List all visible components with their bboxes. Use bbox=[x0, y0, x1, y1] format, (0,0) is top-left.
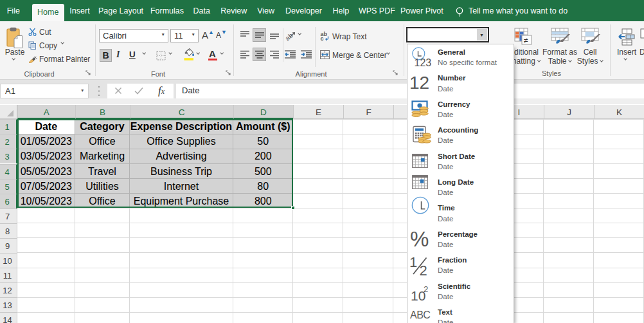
svg-text:%: % bbox=[410, 228, 429, 248]
svg-text:2: 2 bbox=[420, 263, 427, 277]
svg-text:1: 1 bbox=[409, 255, 417, 270]
svg-text:≠: ≠ bbox=[524, 36, 528, 45]
svg-text:123: 123 bbox=[415, 57, 432, 68]
svg-text:c: c bbox=[321, 35, 324, 41]
svg-text:2: 2 bbox=[424, 284, 428, 294]
svg-text:12: 12 bbox=[409, 73, 429, 91]
